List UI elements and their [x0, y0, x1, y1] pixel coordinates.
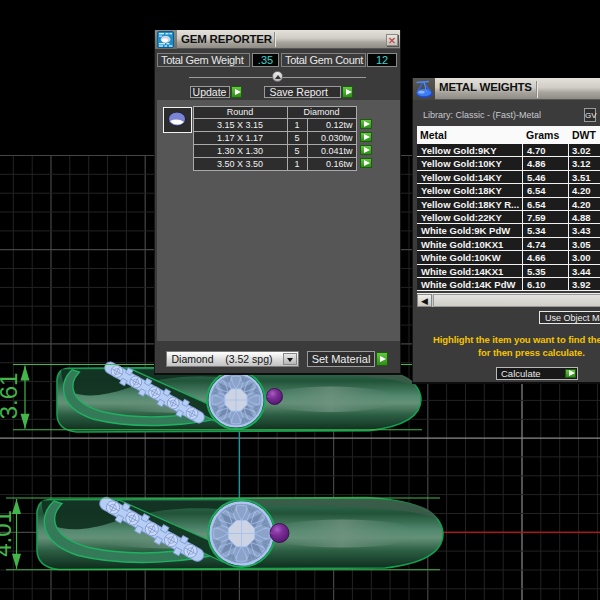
svg-text:3.61: 3.61 [0, 373, 22, 420]
svg-text:4.01: 4.01 [0, 510, 16, 557]
